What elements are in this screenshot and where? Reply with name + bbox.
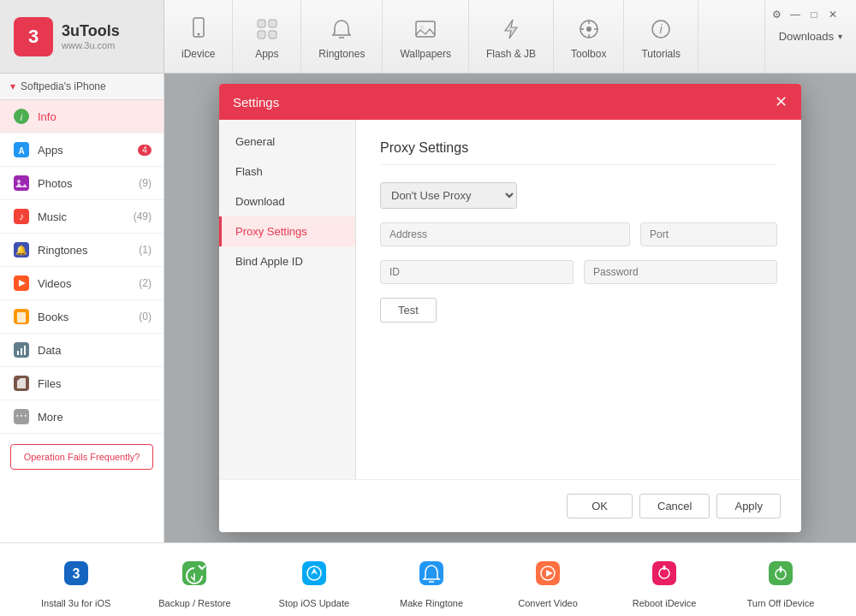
logo-box: 3 <box>14 17 53 56</box>
nav-item-idevice[interactable]: iDevice <box>164 0 233 73</box>
nav-item-flashjb[interactable]: Flash & JB <box>469 0 554 73</box>
svg-text:⋯: ⋯ <box>15 409 27 423</box>
sidebar-label-photos: Photos <box>38 177 135 190</box>
proxy-dropdown[interactable]: Don't Use Proxy Use Proxy <box>380 182 517 209</box>
op-fails-button[interactable]: Operation Fails Frequently? <box>10 444 153 470</box>
sidebar-item-books[interactable]: Books(0) <box>0 300 163 334</box>
bottom-label-backup: Backup / Restore <box>158 598 230 608</box>
sidebar-item-videos[interactable]: Videos(2) <box>0 267 163 300</box>
sidebar-item-ringtones[interactable]: 🔔Ringtones(1) <box>0 234 163 267</box>
settings-icon[interactable]: ⚙ <box>769 7 784 22</box>
nav-item-wallpapers[interactable]: Wallpapers <box>383 0 469 73</box>
bottom-item-turnoff[interactable]: Turn Off iDevice <box>746 552 815 608</box>
downloads-arrow-icon: ▾ <box>838 32 842 41</box>
sidebar-item-photos[interactable]: Photos(9) <box>0 167 163 200</box>
modal-overlay: Settings ✕ General Flash Download <box>164 74 856 542</box>
svg-rect-35 <box>24 346 26 355</box>
bottom-label-stopiOS: Stop iOS Update <box>279 598 350 608</box>
svg-rect-42 <box>302 561 326 585</box>
modal-close-button[interactable]: ✕ <box>775 94 788 110</box>
maximize-button[interactable]: □ <box>806 7 822 22</box>
proxy-row-id-password <box>380 260 777 284</box>
proxy-address-input[interactable] <box>380 222 630 246</box>
svg-text:🔔: 🔔 <box>15 244 27 256</box>
modal-nav-proxy[interactable]: Proxy Settings <box>219 216 355 246</box>
modal-nav: General Flash Download Proxy Settings Bi <box>219 120 356 479</box>
bottom-icon-ringtone <box>410 552 453 595</box>
bottom-label-install3u: Install 3u for iOS <box>41 598 110 608</box>
idevice-icon <box>183 14 214 44</box>
proxy-port-input[interactable] <box>640 222 777 246</box>
bottom-label-turnoff: Turn Off iDevice <box>747 598 815 608</box>
svg-point-11 <box>586 27 591 32</box>
apply-button[interactable]: Apply <box>716 494 781 518</box>
nav-items: iDeviceAppsRingtonesWallpapersFlash & JB… <box>164 0 764 73</box>
window-controls: ⚙ — □ ✕ <box>757 7 849 22</box>
main-layout: ▾ Softpedia's iPhone iInfoAApps4Photos(9… <box>0 74 856 542</box>
sidebar-icon-videos <box>12 274 31 293</box>
sidebar-count-photos: (9) <box>139 177 152 189</box>
bottom-item-stopiOS[interactable]: Stop iOS Update <box>279 552 350 608</box>
close-button[interactable]: ✕ <box>825 7 841 22</box>
bottom-item-video[interactable]: Convert Video <box>514 552 582 608</box>
svg-rect-5 <box>269 31 276 38</box>
sidebar-item-more[interactable]: ⋯More <box>0 400 163 434</box>
minimize-button[interactable]: — <box>788 7 803 22</box>
sidebar-badge-apps: 4 <box>138 145 152 156</box>
svg-rect-31 <box>17 312 26 323</box>
sidebar-item-info[interactable]: iInfo <box>0 100 163 133</box>
bottom-bar: 3Install 3u for iOSBackup / RestoreStop … <box>0 542 856 616</box>
nav-label-apps: Apps <box>255 48 278 60</box>
wallpapers-icon <box>410 14 441 44</box>
tutorials-icon: i <box>645 14 676 44</box>
nav-label-toolbox: Toolbox <box>571 48 606 60</box>
nav-label-ringtones: Ringtones <box>318 48 365 60</box>
bottom-label-ringtone: Make Ringtone <box>400 598 463 608</box>
nav-item-ringtones[interactable]: Ringtones <box>301 0 383 73</box>
sidebar-icon-ringtones: 🔔 <box>12 240 31 259</box>
nav-item-apps[interactable]: Apps <box>233 0 301 73</box>
bottom-item-ringtone[interactable]: Make Ringtone <box>397 552 466 608</box>
ok-button[interactable]: OK <box>567 494 633 518</box>
sidebar-label-info: Info <box>38 110 152 123</box>
bottom-icon-reboot <box>643 552 686 595</box>
sidebar-item-data[interactable]: Data <box>0 334 163 367</box>
svg-rect-4 <box>258 31 265 38</box>
modal-nav-bind-apple-id[interactable]: Bind Apple ID <box>219 246 355 276</box>
modal-nav-download[interactable]: Download <box>219 187 355 216</box>
sidebar-item-music[interactable]: ♪Music(49) <box>0 200 163 234</box>
sidebar-icon-books <box>12 307 31 326</box>
modal-body: General Flash Download Proxy Settings Bi <box>219 120 801 479</box>
modal-nav-general[interactable]: General <box>219 127 355 157</box>
settings-modal: Settings ✕ General Flash Download <box>219 84 801 532</box>
sidebar-item-apps[interactable]: AApps4 <box>0 133 163 167</box>
nav-item-tutorials[interactable]: iTutorials <box>624 0 698 73</box>
sidebar-icon-photos <box>12 174 31 192</box>
proxy-section-title: Proxy Settings <box>380 140 777 165</box>
bottom-item-backup[interactable]: Backup / Restore <box>158 552 230 608</box>
sidebar-label-books: Books <box>38 311 135 323</box>
proxy-row-select: Don't Use Proxy Use Proxy <box>380 182 777 209</box>
device-name: Softpedia's iPhone <box>21 80 106 92</box>
nav-label-tutorials: Tutorials <box>641 48 681 60</box>
bottom-item-reboot[interactable]: Reboot iDevice <box>630 552 698 608</box>
nav-item-toolbox[interactable]: Toolbox <box>554 0 624 73</box>
sidebar: ▾ Softpedia's iPhone iInfoAApps4Photos(9… <box>0 74 164 542</box>
sidebar-icon-apps: A <box>12 140 31 159</box>
sidebar-item-files[interactable]: Files <box>0 367 163 400</box>
sidebar-icon-data <box>12 341 31 359</box>
proxy-row-test: Test <box>380 298 777 323</box>
proxy-test-button[interactable]: Test <box>380 298 437 323</box>
proxy-row-address-port <box>380 222 777 246</box>
bottom-item-install3u[interactable]: 3Install 3u for iOS <box>41 552 110 608</box>
proxy-password-input[interactable] <box>584 260 777 284</box>
svg-rect-34 <box>21 348 22 355</box>
toolbox-icon <box>574 14 604 44</box>
cancel-button[interactable]: Cancel <box>639 494 710 518</box>
svg-rect-3 <box>269 20 276 27</box>
proxy-id-input[interactable] <box>380 260 574 284</box>
modal-nav-flash[interactable]: Flash <box>219 157 355 187</box>
device-header: ▾ Softpedia's iPhone <box>0 74 163 100</box>
sidebar-count-videos: (2) <box>139 277 152 289</box>
sidebar-label-data: Data <box>38 344 152 357</box>
